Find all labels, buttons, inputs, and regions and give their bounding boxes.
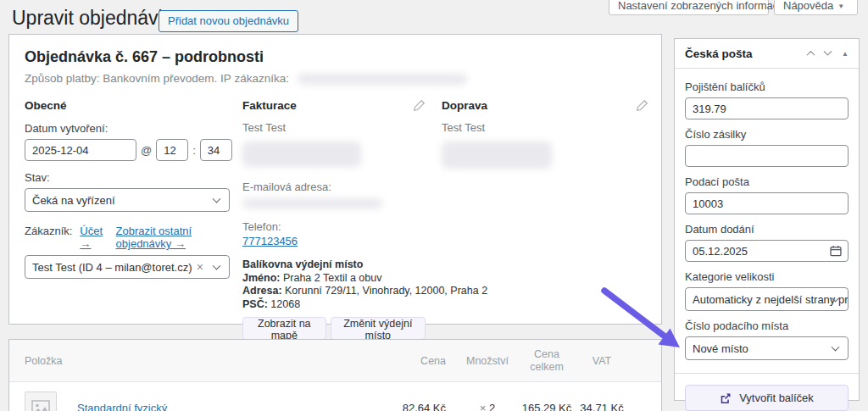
pickup-address-label: Adresa: — [242, 285, 282, 297]
row-price: 82,64 Kč — [364, 402, 458, 411]
redacted-ip — [298, 74, 467, 85]
items-table-header: Položka Cena Množství Cena celkem VAT — [9, 340, 661, 382]
customer-account-link[interactable]: Účet → — [80, 225, 108, 250]
customer-label: Zákazník: — [25, 225, 72, 237]
create-package-button[interactable]: Vytvořit balíček — [685, 385, 849, 411]
table-row: Standardní fyzický 82,64 Kč × 2 165,29 K… — [9, 382, 661, 411]
at-separator: @ — [141, 144, 152, 157]
panel-divider — [675, 373, 859, 374]
redacted-billing-email — [242, 198, 382, 208]
customer-links-row: Zákazník: Účet → Zobrazit ostatní objedn… — [25, 225, 230, 250]
help-button[interactable]: Nápověda▼ — [774, 0, 858, 15]
submission-place-select[interactable]: Nové místo — [685, 336, 849, 360]
external-link-icon — [720, 392, 732, 404]
move-panel-down-icon[interactable] — [824, 47, 832, 55]
order-minute-input[interactable] — [200, 139, 232, 161]
page-title: Upravit objednávku — [12, 7, 179, 30]
insurance-label: Pojištění balíčků — [685, 81, 849, 93]
billing-name: Test Test — [242, 121, 426, 134]
product-name-link[interactable]: Standardní fyzický — [77, 402, 167, 411]
ceska-posta-header: Česká pošta ▲ — [675, 39, 859, 69]
order-date-input[interactable] — [25, 139, 136, 161]
size-category-label: Kategorie velikosti — [685, 270, 849, 283]
collapse-panel-icon[interactable]: ▲ — [842, 50, 849, 58]
billing-phone-link[interactable]: 777123456 — [242, 235, 298, 247]
date-created-row: @ : — [25, 139, 230, 161]
calendar-icon[interactable] — [830, 245, 842, 257]
shipping-title: Doprava — [442, 99, 487, 112]
status-label: Stav: — [25, 171, 230, 184]
delivery-date-input[interactable] — [685, 240, 849, 262]
shipping-column: Doprava Test Test — [442, 99, 648, 169]
ceska-posta-title: Česká pošta — [685, 47, 808, 60]
billing-email-label: E-mailová adresa: — [242, 181, 426, 193]
chevron-down-icon: ▼ — [837, 3, 844, 10]
post-office-label: Podací pošta — [685, 175, 849, 188]
pickup-zip-label: PSČ: — [242, 298, 268, 310]
ceska-posta-panel: Česká pošta ▲ Pojištění balíčků Číslo zá… — [674, 38, 860, 401]
order-status-select[interactable]: Čeká na vyřízení — [25, 188, 230, 212]
delivery-date-label: Datum dodání — [685, 223, 849, 236]
billing-column: Fakturace Test Test E-mailová adresa: Te… — [242, 99, 426, 340]
order-hour-input[interactable] — [156, 139, 188, 161]
row-quantity: × 2 — [458, 402, 517, 411]
size-category-select[interactable]: Automaticky z nejdelší strany produ — [685, 287, 849, 311]
customer-select[interactable]: Test Test (ID 4 – milan@toret.cz) × — [25, 255, 230, 279]
redacted-billing-address — [242, 142, 361, 167]
shipping-name: Test Test — [442, 121, 648, 134]
edit-shipping-icon[interactable] — [636, 99, 648, 112]
billing-phone-label: Telefon: — [242, 220, 426, 233]
header-price: Cena — [364, 355, 458, 367]
order-edit-page: Upravit objednávku Přidat novou objednáv… — [0, 0, 868, 411]
clear-selection-icon[interactable]: × — [197, 260, 203, 274]
general-column: Obecné Datum vytvoření: @ : Stav: Čeká n… — [25, 99, 230, 279]
row-vat: 34,71 Kč — [576, 402, 627, 411]
header-total: Cena celkem — [517, 348, 576, 374]
redacted-shipping-address — [442, 142, 552, 169]
order-details-panel: Objednávka č. 667 – podrobnosti Způsob p… — [8, 34, 662, 325]
chevron-down-icon — [832, 343, 840, 352]
header-vat: VAT — [576, 355, 627, 367]
pickup-title: Balíkovna výdejní místo — [242, 258, 363, 270]
row-total: 165,29 Kč — [517, 402, 576, 411]
post-office-input[interactable] — [685, 192, 849, 214]
add-new-order-button[interactable]: Přidat novou objednávku — [159, 10, 298, 32]
pickup-name: Praha 2 Textil a obuv — [280, 272, 381, 284]
edit-billing-icon[interactable] — [413, 99, 426, 112]
screen-options-button[interactable]: Nastavení zobrazených informací▼ — [609, 0, 769, 15]
billing-title: Fakturace — [242, 99, 297, 112]
header-item: Položka — [9, 355, 364, 367]
order-heading: Objednávka č. 667 – podrobnosti — [25, 48, 264, 66]
time-colon-separator: : — [192, 144, 196, 157]
chevron-down-icon — [213, 262, 221, 270]
change-pickup-point-button[interactable]: Změnit výdejní místo — [331, 317, 426, 340]
header-quantity: Množství — [458, 355, 517, 367]
general-title: Obecné — [25, 99, 230, 112]
tracking-number-input[interactable] — [685, 145, 849, 167]
chevron-down-icon — [213, 195, 221, 203]
order-items-panel: Položka Cena Množství Cena celkem VAT St… — [8, 339, 662, 411]
date-created-label: Datum vytvoření: — [25, 122, 230, 135]
pickup-point-info: Balíkovna výdejní místo Jméno: Praha 2 T… — [242, 258, 426, 311]
payment-method-line: Způsob platby: Bankovním převodem. IP zá… — [25, 72, 467, 85]
product-thumbnail — [25, 392, 57, 411]
submission-place-label: Číslo podacího místa — [685, 319, 849, 332]
image-placeholder-icon — [31, 400, 50, 411]
move-panel-up-icon[interactable] — [807, 50, 815, 58]
insurance-input[interactable] — [685, 97, 849, 119]
tracking-number-label: Číslo zásilky — [685, 128, 849, 141]
other-orders-link[interactable]: Zobrazit ostatní objednávky → — [116, 225, 230, 250]
show-on-map-button[interactable]: Zobrazit na mapě — [242, 317, 326, 340]
pickup-zip: 12068 — [268, 298, 300, 310]
pickup-name-label: Jméno: — [242, 272, 280, 284]
pickup-address: Korunní 729/11, Vinohrady, 12000, Praha … — [282, 285, 488, 297]
